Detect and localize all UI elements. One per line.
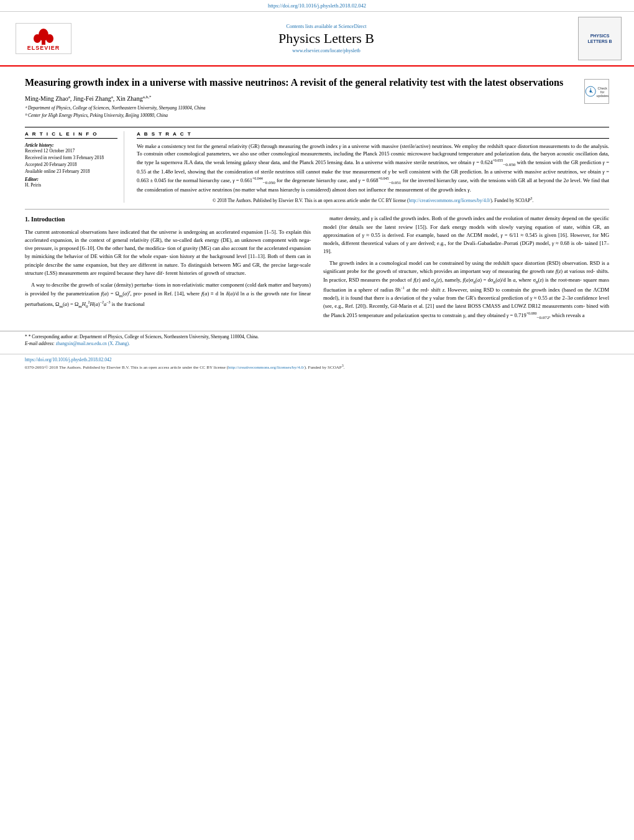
col-right: matter density, and γ is called the grow… — [323, 215, 609, 325]
doi-bar: https://doi.org/10.1016/j.physletb.2018.… — [0, 0, 634, 12]
bottom-doi: https://doi.org/10.1016/j.physletb.2018.… — [25, 357, 609, 362]
received-date: Received 12 October 2017 — [25, 148, 117, 154]
article-title-section: Measuring growth index in a universe wit… — [25, 73, 609, 122]
check-updates-badge: Check forupdates — [584, 79, 609, 104]
right-para-2: The growth index in a cosmological model… — [323, 259, 609, 321]
editor-label: Editor: — [25, 177, 117, 182]
footnote-corresponding: * * Corresponding author at: Department … — [25, 334, 609, 339]
journal-badge: PHYSICSLETTERS B — [578, 17, 622, 60]
journal-center: Contents lists available at ScienceDirec… — [75, 24, 578, 53]
affiliation-a: ᵃ Department of Physics, College of Scie… — [25, 104, 578, 111]
bottom-bar: https://doi.org/10.1016/j.physletb.2018.… — [0, 354, 634, 372]
journal-header: ELSEVIER Contents lists available at Sci… — [0, 12, 634, 67]
footnote-email-link[interactable]: zhangxin@mail.neu.edu.cn (X. Zhang). — [56, 341, 130, 346]
abstract-text: We make a consistency test for the gener… — [137, 142, 609, 194]
received-revised: Received in revised form 3 February 2018 — [25, 155, 117, 160]
doi-link[interactable]: https://doi.org/10.1016/j.physletb.2018.… — [268, 2, 366, 9]
article-title: Measuring growth index in a universe wit… — [25, 76, 578, 90]
affiliations: ᵃ Department of Physics, College of Scie… — [25, 104, 578, 119]
svg-point-3 — [46, 34, 53, 43]
badge-label: PHYSICSLETTERS B — [588, 33, 612, 44]
article-title-text: Measuring growth index in a universe wit… — [25, 76, 578, 122]
editor-name: H. Peiris — [25, 182, 117, 188]
article-info-section: A R T I C L E I N F O Article history: R… — [25, 127, 609, 203]
elsevier-logo: ELSEVIER — [12, 23, 75, 54]
intro-heading: 1. Introduction — [25, 215, 311, 224]
intro-para-1: The current astronomical observations ha… — [25, 228, 311, 277]
svg-point-2 — [34, 34, 41, 43]
elsevier-logo-img: ELSEVIER — [16, 23, 71, 54]
sciencedirect-name: ScienceDirect — [339, 24, 367, 29]
svg-point-5 — [589, 90, 592, 93]
main-content: Measuring growth index in a universe wit… — [0, 67, 634, 331]
abstract-heading: A B S T R A C T — [137, 131, 609, 139]
sciencedirect-link: Contents lists available at ScienceDirec… — [75, 24, 578, 29]
elsevier-text: ELSEVIER — [27, 45, 60, 51]
history-label: Article history: — [25, 142, 117, 148]
section-divider — [25, 209, 609, 210]
cc-license: © 2018 The Authors. Published by Elsevie… — [137, 196, 609, 203]
journal-url: www.elsevier.com/locate/physletb — [75, 48, 578, 53]
footnote: * * Corresponding author at: Department … — [0, 331, 634, 350]
col-left: 1. Introduction The current astronomical… — [25, 215, 311, 325]
abstract-section: A B S T R A C T We make a consistency te… — [137, 131, 609, 203]
accepted-date: Accepted 20 February 2018 — [25, 162, 117, 167]
two-column-body: 1. Introduction The current astronomical… — [25, 215, 609, 325]
authors: Ming-Ming Zhaoa, Jing-Fei Zhanga, Xin Zh… — [25, 95, 578, 102]
right-para-1: matter density, and γ is called the grow… — [323, 215, 609, 256]
journal-title: Physics Letters B — [75, 30, 578, 47]
cc-link[interactable]: http://creativecommons.org/licenses/by/4… — [409, 197, 491, 203]
article-info: A R T I C L E I N F O Article history: R… — [25, 131, 124, 203]
footnote-email: E-mail address: zhangxin@mail.neu.edu.cn… — [25, 341, 609, 346]
article-info-heading: A R T I C L E I N F O — [25, 131, 117, 139]
available-online: Available online 23 February 2018 — [25, 168, 117, 174]
affiliation-b: ᵇ Center for High Energy Physics, Peking… — [25, 112, 578, 119]
copyright-cc-link[interactable]: http://creativecommons.org/licenses/by/4… — [228, 365, 305, 370]
copyright-line: 0370-2693/© 2018 The Authors. Published … — [25, 364, 609, 370]
intro-para-2: A way to describe the growth of scalar (… — [25, 281, 311, 310]
